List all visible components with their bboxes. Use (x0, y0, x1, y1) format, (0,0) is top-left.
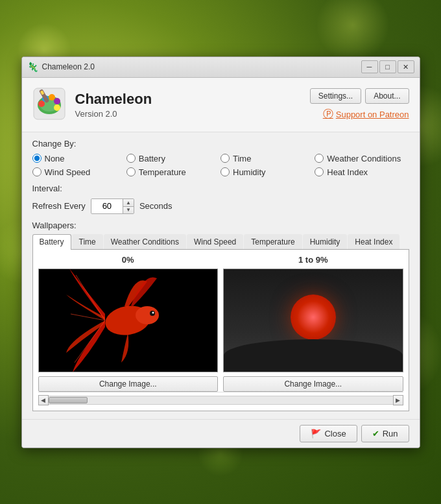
seconds-label: Seconds (139, 201, 173, 211)
betta-image (39, 269, 218, 372)
radio-battery-input[interactable] (126, 154, 136, 163)
app-name: Chameleon (75, 91, 301, 108)
svg-point-11 (136, 306, 159, 324)
svg-point-6 (54, 98, 60, 104)
tab-temperature[interactable]: Temperature (244, 234, 302, 249)
app-logo (32, 87, 66, 123)
radio-none-input[interactable] (32, 154, 42, 163)
wallpaper-content: 0% (32, 250, 409, 411)
radio-wind[interactable]: Wind Speed (32, 167, 126, 177)
sun-circle (291, 294, 336, 340)
run-button[interactable]: ✔ Run (361, 425, 409, 442)
title-bar: 🦎 Chameleon 2.0 ─ □ ✕ (22, 57, 420, 78)
svg-point-7 (54, 104, 60, 111)
interval-row: Refresh Every 60 ▲ ▼ Seconds (32, 198, 409, 214)
scrollbar-row: ◀ ▶ (38, 392, 403, 405)
main-window: 🦎 Chameleon 2.0 ─ □ ✕ (21, 56, 420, 448)
wallpaper-tabs: Battery Time Weather Conditions Wind Spe… (32, 234, 409, 250)
horizon-hill (224, 339, 403, 372)
refresh-spinner: 60 ▲ ▼ (91, 198, 134, 214)
scroll-left-button[interactable]: ◀ (38, 395, 49, 405)
svg-line-14 (76, 275, 105, 320)
radio-temperature-input[interactable] (126, 167, 136, 176)
run-label: Run (383, 429, 398, 438)
patreon-text[interactable]: Support on Patreon (336, 110, 409, 119)
radio-battery-label: Battery (139, 154, 165, 163)
wallpaper-grid: 0% (38, 255, 403, 392)
close-window-button[interactable]: ✕ (398, 60, 414, 73)
wallpaper-title-1: 1 to 9% (298, 255, 328, 265)
radio-time-label: Time (233, 154, 251, 163)
tab-battery[interactable]: Battery (32, 234, 71, 250)
wallpaper-card-0: 0% (38, 255, 219, 392)
radio-heat-label: Heat Index (327, 167, 368, 177)
radio-heat[interactable]: Heat Index (315, 167, 409, 177)
footer: 🚩 Close ✔ Run (22, 419, 420, 448)
main-content: Change By: None Battery Time Weather Con… (22, 132, 420, 419)
radio-weather[interactable]: Weather Conditions (315, 154, 409, 163)
title-bar-controls: ─ □ ✕ (361, 60, 414, 73)
tab-time[interactable]: Time (72, 234, 103, 249)
svg-point-3 (38, 101, 45, 107)
app-header: Chameleon Version 2.0 Settings... About.… (22, 78, 420, 132)
scroll-thumb[interactable] (49, 397, 88, 403)
title-bar-title: Chameleon 2.0 (42, 62, 361, 71)
close-label: Close (324, 429, 346, 438)
change-by-label: Change By: (32, 139, 409, 149)
radio-time-input[interactable] (220, 154, 230, 163)
close-button[interactable]: 🚩 Close (300, 425, 357, 442)
radio-temperature-label: Temperature (139, 167, 186, 177)
wallpaper-title-0: 0% (122, 255, 134, 265)
wallpapers-section: Wallpapers: Battery Time Weather Conditi… (32, 221, 409, 411)
tab-heat[interactable]: Heat Index (348, 234, 399, 249)
header-buttons: Settings... About... Ⓟ Support on Patreo… (310, 88, 409, 121)
svg-point-13 (152, 311, 154, 313)
patreon-icon: Ⓟ (323, 108, 333, 121)
wallpaper-image-0[interactable] (38, 269, 219, 372)
tab-wind[interactable]: Wind Speed (187, 234, 243, 249)
about-button[interactable]: About... (365, 88, 409, 104)
radio-time[interactable]: Time (220, 154, 315, 163)
radio-humidity[interactable]: Humidity (220, 167, 315, 177)
sun-image (224, 269, 403, 372)
settings-button[interactable]: Settings... (310, 88, 361, 104)
spinner-up-button[interactable]: ▲ (123, 199, 134, 206)
refresh-label: Refresh Every (32, 201, 86, 211)
maximize-button[interactable]: □ (379, 60, 396, 73)
close-icon: 🚩 (311, 429, 321, 438)
tab-humidity[interactable]: Humidity (303, 234, 348, 249)
radio-humidity-label: Humidity (233, 167, 266, 177)
radio-heat-input[interactable] (315, 167, 324, 176)
radio-battery[interactable]: Battery (126, 154, 220, 163)
radio-none[interactable]: None (32, 154, 126, 163)
change-image-button-1[interactable]: Change Image... (223, 376, 403, 392)
radio-wind-label: Wind Speed (45, 167, 91, 177)
interval-section: Interval: Refresh Every 60 ▲ ▼ Seconds (32, 184, 409, 214)
spinner-down-button[interactable]: ▼ (123, 206, 134, 213)
wallpapers-label: Wallpapers: (32, 221, 409, 230)
scroll-track[interactable] (49, 396, 393, 405)
svg-point-5 (49, 94, 55, 101)
interval-label: Interval: (32, 184, 409, 193)
app-info: Chameleon Version 2.0 (75, 91, 301, 119)
refresh-value-input[interactable]: 60 (91, 199, 123, 213)
change-by-options: None Battery Time Weather Conditions Win… (32, 154, 409, 177)
spinner-buttons: ▲ ▼ (123, 199, 134, 213)
scroll-right-button[interactable]: ▶ (393, 395, 403, 405)
radio-weather-label: Weather Conditions (327, 154, 401, 163)
run-icon: ✔ (372, 429, 379, 438)
minimize-button[interactable]: ─ (361, 60, 378, 73)
change-image-button-0[interactable]: Change Image... (38, 376, 219, 392)
radio-none-label: None (45, 154, 65, 163)
titlebar-icon: 🦎 (27, 62, 38, 72)
header-btn-row: Settings... About... (310, 88, 409, 104)
radio-wind-input[interactable] (32, 167, 42, 176)
patreon-link[interactable]: Ⓟ Support on Patreon (323, 108, 409, 121)
radio-temperature[interactable]: Temperature (126, 167, 220, 177)
tab-weather[interactable]: Weather Conditions (104, 234, 186, 249)
wallpaper-card-1: 1 to 9% Change Image... (223, 255, 403, 392)
radio-weather-input[interactable] (315, 154, 324, 163)
app-version: Version 2.0 (75, 109, 301, 119)
wallpaper-image-1[interactable] (223, 269, 403, 372)
radio-humidity-input[interactable] (220, 167, 230, 176)
